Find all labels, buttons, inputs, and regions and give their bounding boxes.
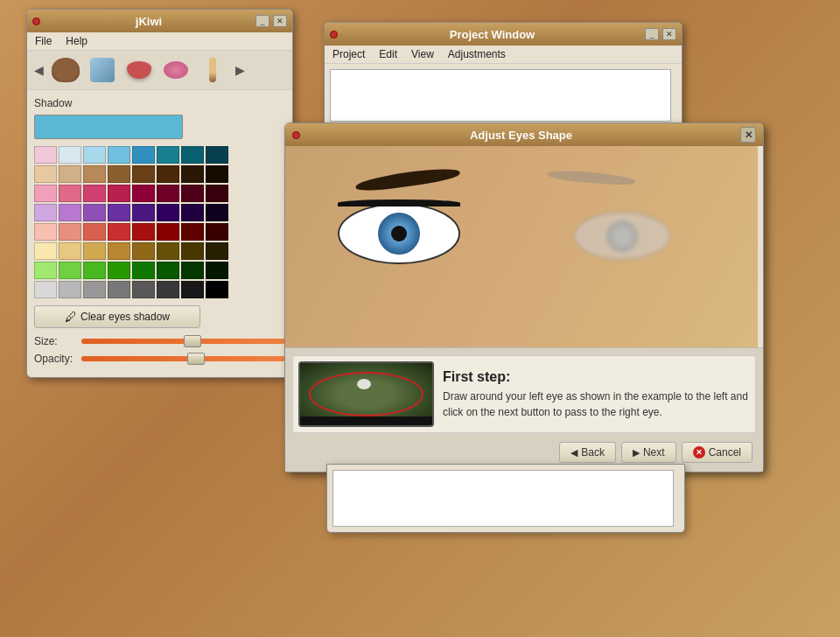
color-swatch[interactable]	[181, 262, 204, 279]
project-bottom-canvas[interactable]	[332, 470, 674, 527]
selected-color-bar[interactable]	[34, 115, 183, 139]
back-button[interactable]: ◀ Back	[559, 442, 616, 463]
color-swatch[interactable]	[132, 262, 155, 279]
color-swatch[interactable]	[34, 242, 57, 260]
color-swatch[interactable]	[108, 223, 130, 241]
color-swatch[interactable]	[206, 165, 228, 183]
minimize-button[interactable]: _	[256, 15, 270, 27]
project-menu-edit[interactable]: Edit	[376, 47, 400, 61]
color-swatch[interactable]	[132, 185, 155, 202]
opacity-slider[interactable]	[187, 353, 205, 365]
color-swatch[interactable]	[157, 223, 179, 241]
color-swatch[interactable]	[132, 242, 155, 260]
clear-eyes-shadow-button[interactable]: 🖊 Clear eyes shadow	[34, 305, 200, 328]
color-swatch[interactable]	[206, 204, 228, 221]
project-close-dot[interactable]	[330, 31, 338, 38]
eye-preview-area[interactable]	[285, 146, 758, 347]
color-swatch[interactable]	[34, 165, 57, 183]
color-swatch[interactable]	[206, 242, 228, 260]
color-swatch[interactable]	[83, 146, 106, 164]
color-swatch[interactable]	[59, 242, 81, 260]
color-swatch[interactable]	[181, 204, 204, 221]
color-swatch[interactable]	[157, 146, 179, 164]
toolbar-hair-icon[interactable]	[48, 54, 83, 86]
color-swatch[interactable]	[206, 223, 228, 241]
color-swatch[interactable]	[157, 204, 179, 221]
color-swatch[interactable]	[181, 223, 204, 241]
color-swatch[interactable]	[132, 223, 155, 241]
color-swatch[interactable]	[34, 262, 57, 279]
color-swatch[interactable]	[83, 262, 106, 279]
color-swatch[interactable]	[83, 204, 106, 221]
color-swatch[interactable]	[34, 146, 57, 164]
color-swatch[interactable]	[34, 204, 57, 221]
brush-icon	[209, 58, 216, 82]
color-swatch[interactable]	[157, 281, 179, 298]
color-swatch[interactable]	[132, 146, 155, 164]
adjust-close-button[interactable]: ✕	[740, 127, 756, 143]
toolbar-lips-icon[interactable]	[122, 54, 157, 86]
toolbar-next[interactable]: ▶	[232, 56, 248, 84]
color-swatch[interactable]	[34, 185, 57, 202]
adjust-close-dot[interactable]	[292, 131, 300, 139]
color-swatch[interactable]	[108, 281, 130, 298]
project-menu-view[interactable]: View	[409, 47, 437, 61]
color-swatch[interactable]	[83, 185, 106, 202]
color-swatch[interactable]	[83, 165, 106, 183]
color-swatch[interactable]	[83, 223, 106, 241]
color-swatch[interactable]	[157, 262, 179, 279]
color-swatch[interactable]	[59, 204, 81, 221]
color-swatch[interactable]	[206, 185, 228, 202]
toolbar-shadow-icon[interactable]	[85, 54, 120, 86]
color-swatch[interactable]	[59, 281, 81, 298]
color-swatch[interactable]	[59, 185, 81, 202]
close-dot[interactable]	[32, 18, 40, 25]
color-swatch[interactable]	[132, 165, 155, 183]
color-swatch[interactable]	[108, 146, 130, 164]
jkiwi-toolbar: ◀ ▶	[27, 51, 292, 90]
toolbar-prev[interactable]: ◀	[31, 56, 46, 84]
color-swatch[interactable]	[108, 262, 130, 279]
color-swatch[interactable]	[206, 146, 228, 164]
color-swatch[interactable]	[83, 242, 106, 260]
color-swatch[interactable]	[108, 185, 130, 202]
color-swatch[interactable]	[132, 204, 155, 221]
color-swatch[interactable]	[181, 242, 204, 260]
color-swatch[interactable]	[59, 223, 81, 241]
color-swatch[interactable]	[108, 242, 130, 260]
color-swatch[interactable]	[206, 281, 228, 298]
color-swatch[interactable]	[108, 204, 130, 221]
project-top-canvas[interactable]	[330, 69, 671, 122]
next-button[interactable]: ▶ Next	[621, 442, 676, 463]
size-slider[interactable]	[184, 335, 201, 347]
color-swatch[interactable]	[108, 165, 130, 183]
cancel-button[interactable]: ✕ Cancel	[682, 442, 752, 463]
color-swatch[interactable]	[181, 281, 204, 298]
color-swatch[interactable]	[181, 146, 204, 164]
color-swatch[interactable]	[59, 146, 81, 164]
color-swatch[interactable]	[59, 165, 81, 183]
color-swatch[interactable]	[83, 281, 106, 298]
toolbar-brush-icon[interactable]	[195, 54, 230, 86]
project-menu-project[interactable]: Project	[330, 47, 368, 61]
project-close-button[interactable]: ✕	[662, 28, 676, 40]
project-minimize-button[interactable]: _	[645, 28, 659, 40]
opacity-label: Opacity:	[34, 353, 76, 365]
menu-file[interactable]: File	[32, 34, 54, 48]
color-swatch[interactable]	[34, 223, 57, 241]
color-swatch[interactable]	[157, 185, 179, 202]
close-button[interactable]: ✕	[273, 15, 287, 27]
project-menu-adjustments[interactable]: Adjustments	[445, 47, 508, 61]
color-swatch[interactable]	[157, 242, 179, 260]
color-swatch[interactable]	[157, 165, 179, 183]
color-swatch[interactable]	[59, 262, 81, 279]
color-swatch[interactable]	[181, 185, 204, 202]
color-swatch[interactable]	[206, 262, 228, 279]
project-top-canvas-area	[325, 64, 682, 127]
color-swatch[interactable]	[34, 281, 57, 298]
project-titlebar: Project Window _ ✕	[325, 23, 682, 46]
color-swatch[interactable]	[132, 281, 155, 298]
color-swatch[interactable]	[181, 165, 204, 183]
menu-help[interactable]: Help	[63, 34, 90, 48]
toolbar-blush-icon[interactable]	[158, 54, 193, 86]
